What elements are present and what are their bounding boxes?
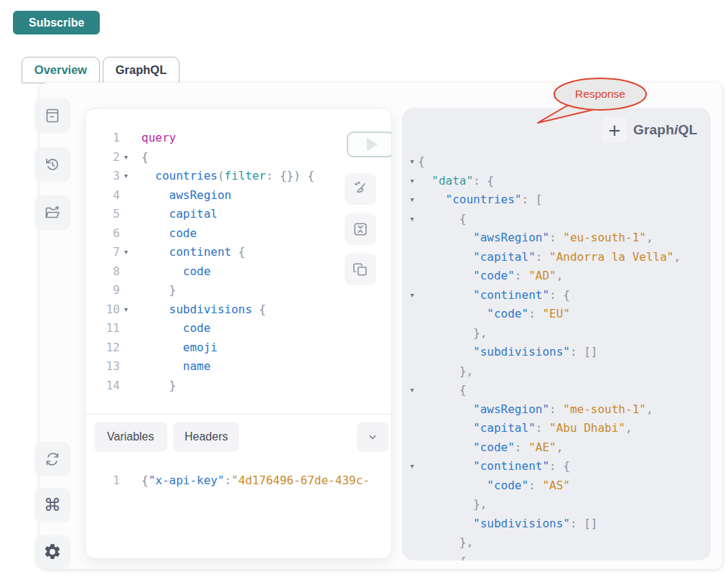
- collapse-editor-tools-button[interactable]: [357, 422, 388, 452]
- code-text: },: [418, 495, 487, 514]
- response-line: ▾ "continent": {: [402, 457, 711, 476]
- docs-button[interactable]: [34, 98, 70, 133]
- fold-spacer: [120, 357, 132, 377]
- line-number: 14: [85, 377, 120, 396]
- fold-toggle-icon[interactable]: ▾: [402, 286, 418, 305]
- query-line[interactable]: 2▾{: [85, 148, 391, 167]
- tab-overview[interactable]: Overview: [22, 57, 100, 83]
- annotation-label: Response: [575, 88, 625, 100]
- fold-spacer: [402, 267, 418, 286]
- line-number: 11: [85, 319, 120, 338]
- query-line[interactable]: 10▾ subdivisions {: [85, 300, 391, 320]
- docs-icon: [44, 107, 61, 124]
- line-number: 13: [85, 357, 120, 377]
- code-text: "capital": "Abu Dhabi",: [418, 419, 633, 438]
- response-line: "code": "EU": [402, 305, 711, 324]
- fold-spacer: [402, 400, 418, 420]
- fold-spacer: [120, 186, 132, 205]
- settings-button[interactable]: [34, 535, 70, 569]
- code-text: countries(filter: {}) {: [132, 167, 314, 186]
- line-number: 3: [85, 167, 120, 186]
- response-line: ▾ {: [402, 210, 711, 229]
- headers-line[interactable]: 1{"x-api-key":"4d176496-67de-439c-: [85, 471, 391, 491]
- response-line: "subdivisions": []: [402, 343, 711, 362]
- fold-toggle-icon[interactable]: ▾: [120, 148, 132, 167]
- code-text: emoji: [132, 338, 218, 358]
- headers-tab[interactable]: Headers: [173, 422, 239, 452]
- fold-toggle-icon[interactable]: ▾: [402, 172, 418, 191]
- response-line: {: [402, 553, 711, 561]
- fold-spacer: [120, 205, 132, 224]
- fold-spacer: [402, 495, 418, 514]
- fold-toggle-icon[interactable]: ▾: [402, 152, 418, 172]
- copy-icon: [352, 261, 369, 278]
- line-number: 6: [85, 224, 120, 244]
- response-panel: + GraphiQL ▾{▾ "data": {▾ "countries": […: [402, 108, 711, 560]
- code-text: {: [418, 210, 466, 229]
- fold-spacer: [120, 129, 132, 148]
- code-text: code: [132, 262, 210, 282]
- fold-spacer: [120, 262, 132, 282]
- code-text: "subdivisions": []: [418, 343, 597, 362]
- prettify-button[interactable]: [345, 173, 376, 205]
- fold-spacer: [402, 362, 418, 382]
- headers-editor[interactable]: 1{"x-api-key":"4d176496-67de-439c-: [85, 471, 391, 491]
- code-text: },: [418, 362, 473, 382]
- fold-toggle-icon[interactable]: ▾: [402, 190, 418, 210]
- collections-button[interactable]: [34, 195, 70, 230]
- refetch-schema-button[interactable]: [34, 442, 70, 476]
- tab-graphql[interactable]: GraphQL: [103, 57, 179, 83]
- code-text: "capital": "Andorra la Vella",: [418, 248, 681, 267]
- code-text: name: [132, 357, 210, 377]
- fold-spacer: [402, 419, 418, 438]
- fold-toggle-icon[interactable]: ▾: [120, 300, 132, 320]
- code-text: "subdivisions": []: [418, 514, 597, 534]
- refresh-icon: [44, 451, 61, 468]
- code-text: {"x-api-key":"4d176496-67de-439c-: [132, 471, 370, 491]
- fold-toggle-icon[interactable]: ▾: [120, 167, 132, 186]
- fold-spacer: [402, 324, 418, 343]
- logo-text: QL: [678, 122, 697, 138]
- response-line: "code": "AS": [402, 476, 711, 496]
- fold-toggle-icon[interactable]: ▾: [120, 243, 132, 262]
- query-line[interactable]: 1query: [85, 129, 391, 148]
- copy-query-button[interactable]: [345, 254, 376, 285]
- query-line[interactable]: 11 code: [85, 319, 391, 338]
- line-number: 2: [85, 148, 120, 167]
- merge-fragments-button[interactable]: [345, 213, 376, 245]
- response-line: "capital": "Abu Dhabi",: [402, 419, 711, 438]
- fold-toggle-icon[interactable]: ▾: [402, 381, 418, 400]
- code-text: "continent": {: [418, 286, 570, 305]
- fold-toggle-icon[interactable]: ▾: [402, 210, 418, 229]
- fold-toggle-icon[interactable]: ▾: [402, 457, 418, 476]
- subscribe-button[interactable]: Subscribe: [13, 11, 100, 34]
- merge-icon: [352, 221, 369, 238]
- query-line[interactable]: 12 emoji: [85, 338, 391, 358]
- code-text: query: [132, 129, 176, 148]
- query-line[interactable]: 14 }: [85, 377, 391, 396]
- fold-spacer: [402, 533, 418, 553]
- response-line: "awsRegion": "me-south-1",: [402, 400, 711, 420]
- line-number: 8: [85, 262, 120, 282]
- fold-spacer: [120, 281, 132, 300]
- query-line[interactable]: 9 }: [85, 281, 391, 300]
- code-text: awsRegion: [132, 186, 231, 205]
- response-line: },: [402, 495, 711, 514]
- keyboard-shortcuts-button[interactable]: ⌘: [34, 488, 70, 522]
- code-text: "awsRegion": "eu-south-1",: [418, 228, 653, 248]
- line-number: 4: [85, 186, 120, 205]
- line-number: 1: [85, 129, 120, 148]
- code-text: code: [132, 224, 197, 244]
- editor-divider: [85, 414, 391, 415]
- query-editor-card: 1query2▾{3▾ countries(filter: {}) {4 aws…: [85, 108, 392, 559]
- variables-tab[interactable]: Variables: [94, 422, 167, 452]
- history-button[interactable]: [34, 147, 70, 182]
- execute-button[interactable]: [347, 131, 392, 157]
- query-line[interactable]: 13 name: [85, 357, 391, 377]
- code-text: {: [418, 152, 425, 172]
- code-text: "code": "AE",: [418, 438, 563, 458]
- response-line: "code": "AD",: [402, 267, 711, 286]
- line-number: 7: [85, 243, 120, 262]
- fold-spacer: [402, 476, 418, 496]
- prettify-icon: [352, 180, 369, 198]
